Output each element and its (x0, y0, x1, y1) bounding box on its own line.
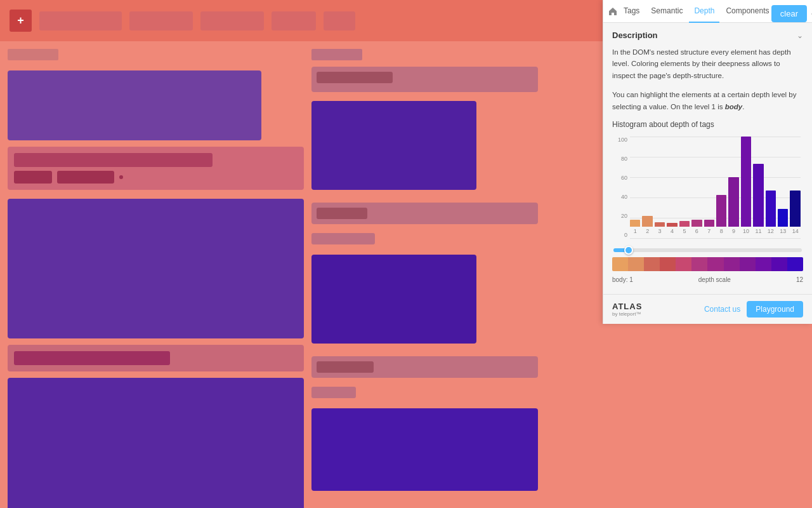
panel-footer: ATLAS by teleport™ Contact us Playground (603, 294, 812, 324)
inline-item-2 (57, 171, 114, 184)
chevron-icon[interactable]: ⌄ (797, 31, 803, 40)
contact-link[interactable]: Contact us (704, 305, 740, 314)
inline-dot-1 (119, 175, 123, 179)
x-label-11: 11 (753, 228, 763, 238)
right-bar-1 (317, 72, 393, 83)
histogram-bar-4[interactable] (667, 223, 677, 227)
depth-label-right: 12 (796, 276, 803, 283)
histogram-bar-14[interactable] (790, 190, 800, 227)
card-left-main (8, 199, 304, 338)
playground-button[interactable]: Playground (747, 301, 803, 318)
histogram-bar-8[interactable] (716, 195, 726, 227)
histogram-bar-6[interactable] (691, 220, 702, 227)
slider-container (612, 248, 803, 252)
right-label-3 (311, 387, 356, 398)
color-scale-block-3 (644, 257, 660, 271)
body-bold: body (725, 103, 742, 110)
description-text-2: You can highlight the elements at a cert… (612, 89, 803, 112)
histogram-bar-9[interactable] (728, 177, 738, 227)
histogram-bar-5[interactable] (679, 221, 690, 227)
description-title: Description (612, 30, 658, 40)
x-label-2: 2 (642, 228, 652, 238)
nav-logo: + (10, 10, 32, 32)
histogram-bar-1[interactable] (630, 220, 640, 227)
card-left-top (8, 70, 261, 140)
tab-tags[interactable]: Tags (619, 0, 645, 23)
teleport-text: by teleport™ (612, 311, 642, 317)
page-content (0, 41, 546, 508)
x-labels: 1234567891011121314 (630, 228, 801, 238)
histogram-bar-7[interactable] (704, 220, 714, 227)
description-text-1: In the DOM's nested structure every elem… (612, 46, 803, 81)
right-label-1 (311, 49, 362, 60)
right-bar-2 (317, 208, 367, 219)
tab-components[interactable]: Components (721, 0, 774, 23)
right-label-2 (311, 233, 375, 244)
histogram-title: Histogram about depth of tags (612, 120, 803, 129)
x-label-7: 7 (704, 228, 714, 238)
slider-thumb[interactable] (624, 246, 633, 255)
clear-button[interactable]: clear (771, 5, 807, 22)
histogram-bar-13[interactable] (778, 209, 788, 227)
histogram-bar-11[interactable] (753, 164, 763, 227)
right-column (311, 49, 538, 508)
section-block-1 (8, 147, 304, 190)
x-label-5: 5 (679, 228, 690, 238)
tab-semantic[interactable]: Semantic (646, 0, 688, 23)
depth-label-center: depth scale (698, 276, 731, 283)
x-label-8: 8 (716, 228, 726, 238)
right-section-2 (311, 203, 538, 224)
depth-label-left: body: 1 (612, 276, 633, 283)
right-card-3 (311, 408, 538, 491)
section-label-1 (8, 49, 58, 60)
grid-line-0 (630, 238, 801, 239)
nav-item-1 (39, 11, 122, 30)
right-card-2 (311, 255, 476, 344)
bars-row (630, 137, 801, 227)
nav-item-4 (272, 11, 316, 30)
color-scale-block-8 (724, 257, 740, 271)
nav-item-2 (129, 11, 193, 30)
x-label-9: 9 (728, 228, 738, 238)
x-label-13: 13 (778, 228, 788, 238)
atlas-logo: ATLAS by teleport™ (612, 302, 642, 317)
color-scale-block-4 (660, 257, 676, 271)
color-scale (612, 257, 803, 271)
color-scale-block-1 (612, 257, 628, 271)
x-label-4: 4 (667, 228, 677, 238)
histogram-bar-2[interactable] (642, 216, 652, 227)
atlas-text: ATLAS (612, 302, 642, 311)
color-scale-block-7 (707, 257, 723, 271)
color-scale-block-5 (676, 257, 691, 271)
x-label-14: 14 (790, 228, 800, 238)
color-scale-block-10 (756, 257, 771, 271)
histogram-bar-12[interactable] (766, 190, 776, 227)
x-label-12: 12 (766, 228, 776, 238)
right-section-3 (311, 356, 538, 378)
block-bar-1 (14, 153, 213, 167)
x-label-6: 6 (691, 228, 702, 238)
slider-track[interactable] (613, 248, 802, 252)
chart-y-labels: 100 80 60 40 20 0 (612, 137, 627, 238)
block-bar-2 (14, 351, 170, 365)
left-column (8, 49, 304, 508)
depth-labels: body: 1 depth scale 12 (612, 276, 803, 283)
chart-area: 100 80 60 40 20 0 (630, 137, 801, 238)
inline-item-1 (14, 171, 52, 184)
tab-depth[interactable]: Depth (689, 0, 719, 23)
panel-body: Description ⌄ In the DOM's nested struct… (603, 23, 812, 294)
right-bar-3 (317, 361, 374, 373)
color-scale-block-11 (771, 257, 787, 271)
color-scale-block-2 (628, 257, 644, 271)
x-label-1: 1 (630, 228, 640, 238)
color-scale-block-9 (740, 257, 756, 271)
right-section-top (311, 67, 538, 92)
color-scale-block-12 (787, 257, 803, 271)
nav-item-5 (324, 11, 355, 30)
footer-actions: Contact us Playground (704, 301, 803, 318)
block-inline-1 (14, 171, 298, 184)
home-icon[interactable] (608, 3, 617, 20)
histogram-bar-10[interactable] (741, 137, 751, 227)
right-card-1 (311, 101, 476, 190)
histogram-bar-3[interactable] (655, 222, 665, 227)
